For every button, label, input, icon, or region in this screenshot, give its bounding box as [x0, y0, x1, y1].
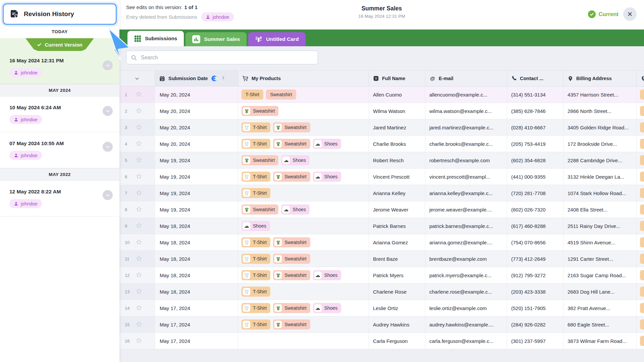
star-icon[interactable]	[136, 288, 142, 296]
submission-date-cell[interactable]: May 19, 2024	[155, 201, 238, 218]
products-cell[interactable]: T-ShirtSweatshirt	[238, 86, 369, 103]
submission-date-cell[interactable]: May 20, 2024	[155, 103, 238, 119]
products-cell[interactable]: Shoes	[238, 218, 369, 234]
billing-address-cell[interactable]: 2163 Sugar Camp Road...	[564, 267, 637, 283]
contact-cell[interactable]: (203) 423-3338	[507, 284, 564, 300]
contact-cell[interactable]: (602) 354-6828	[507, 152, 564, 168]
column-header-e-mail[interactable]: @E-mail	[425, 70, 507, 86]
full-name-cell[interactable]: Charlie Brooks	[369, 136, 425, 152]
table-row[interactable]: 1May 20, 2024T-ShirtSweatshirtAllen Cuom…	[119, 86, 644, 103]
search-box[interactable]	[126, 51, 318, 64]
email-cell[interactable]: vincent.prescott@exampl...	[425, 169, 507, 185]
search-input[interactable]	[140, 54, 313, 61]
products-cell[interactable]: T-ShirtSweatshirtShoes	[238, 267, 369, 283]
table-row[interactable]: 4May 20, 2024T-ShirtSweatshirtShoesCharl…	[119, 136, 644, 152]
email-cell[interactable]: leslie.ortiz@example.com	[425, 300, 507, 316]
full-name-cell[interactable]: Charlene Rose	[369, 284, 425, 300]
table-row[interactable]: 6May 19, 2024T-ShirtSweatshirtShoesVince…	[119, 169, 644, 185]
submission-date-cell[interactable]: May 20, 2024	[155, 86, 238, 103]
star-icon[interactable]	[136, 140, 142, 148]
column-header-submission-date[interactable]: 10Submission Date	[155, 70, 238, 86]
products-cell[interactable]: T-ShirtSweatshirt	[238, 316, 369, 333]
submission-date-cell[interactable]: May 19, 2024	[155, 152, 238, 168]
star-icon[interactable]	[136, 222, 142, 230]
full-name-cell[interactable]: Brent Baze	[369, 251, 425, 267]
submission-date-cell[interactable]: May 18, 2024	[155, 284, 238, 300]
email-cell[interactable]: brentbaze@example.com	[425, 251, 507, 267]
tab-untitled-card[interactable]: Untitled Card	[248, 32, 305, 46]
tab-summer-sales[interactable]: Summer Sales	[185, 32, 247, 46]
email-cell[interactable]: arianna.gomez@example....	[425, 234, 507, 250]
revision-entry[interactable]: 16 May 2024 12:31 PMjohndoe	[0, 51, 119, 77]
column-header-my-products[interactable]: My Products	[238, 70, 369, 86]
table-row[interactable]: 11May 18, 2024T-ShirtSweatshirtBrent Baz…	[119, 251, 644, 267]
full-name-cell[interactable]: Audrey Hawkins	[369, 316, 425, 333]
column-header-full-name[interactable]: TFull Name	[369, 70, 425, 86]
full-name-cell[interactable]: Arianna Kelley	[369, 185, 425, 201]
billing-address-cell[interactable]: 172 Brookside Drive...	[564, 136, 637, 152]
table-row[interactable]: 15May 17, 2024T-ShirtSweatshirtAudrey Ha…	[119, 316, 644, 333]
star-icon[interactable]	[136, 272, 142, 279]
email-cell[interactable]: jared.martinez@example.c...	[425, 119, 507, 135]
products-cell[interactable]: Sweatshirt	[238, 103, 369, 119]
star-icon[interactable]	[136, 206, 142, 214]
star-icon[interactable]	[136, 304, 142, 312]
contact-cell[interactable]: (520) 151-7905	[507, 300, 564, 316]
entry-expand-button[interactable]	[103, 142, 113, 152]
billing-address-cell[interactable]: 1074 Stark Hollow Road...	[564, 185, 637, 201]
email-cell[interactable]: charlie.brooks@example.c...	[425, 136, 507, 152]
full-name-cell[interactable]: Vincent Prescott	[369, 169, 425, 185]
contact-cell[interactable]: (441) 000-9355	[507, 169, 564, 185]
table-row[interactable]: 12May 18, 2024T-ShirtSweatshirtShoesPatr…	[119, 267, 644, 284]
star-icon[interactable]	[136, 124, 142, 131]
contact-cell[interactable]: (617) 460-8288	[507, 218, 564, 234]
contact-cell[interactable]: (314) 551-3134	[507, 86, 564, 103]
products-cell[interactable]: SweatshirtShoes	[238, 152, 369, 168]
table-row[interactable]: 16May 17, 2024Carla Fergusoncarla.fergus…	[119, 333, 644, 349]
table-row[interactable]: 13May 18, 2024T-ShirtCharlene Rosecharle…	[119, 284, 644, 300]
email-cell[interactable]: charlene.rose@example.c...	[425, 284, 507, 300]
products-cell[interactable]: SweatshirtShoes	[238, 201, 369, 218]
contact-cell[interactable]: (754) 070-8656	[507, 234, 564, 250]
products-cell[interactable]: T-ShirtSweatshirt	[238, 251, 369, 267]
entry-expand-button[interactable]	[103, 60, 113, 70]
submission-date-cell[interactable]: May 17, 2024	[155, 300, 238, 316]
star-icon[interactable]	[136, 321, 142, 328]
billing-address-cell[interactable]: 3873 Wilmar Farm Road...	[564, 333, 637, 349]
star-icon[interactable]	[136, 91, 142, 99]
table-row[interactable]: 9May 18, 2024ShoesPatrick Barnespatrick.…	[119, 218, 644, 234]
star-icon[interactable]	[136, 189, 142, 197]
billing-address-cell[interactable]: 2511 Rainy Day Drive...	[564, 218, 637, 234]
submission-date-cell[interactable]: May 17, 2024	[155, 316, 238, 333]
submission-date-cell[interactable]: May 18, 2024	[155, 267, 238, 283]
table-row[interactable]: 5May 19, 2024SweatshirtShoesRobert Resch…	[119, 152, 644, 169]
email-cell[interactable]: patrick.myers@example.c...	[425, 267, 507, 283]
submission-date-cell[interactable]: May 18, 2024	[155, 234, 238, 250]
column-header-expand[interactable]	[119, 70, 155, 86]
full-name-cell[interactable]: Allen Cuomo	[369, 86, 425, 103]
email-cell[interactable]: patrick.barnes@example.c...	[425, 218, 507, 234]
submission-date-cell[interactable]: May 18, 2024	[155, 218, 238, 234]
contact-cell[interactable]: (301) 237-5997	[507, 333, 564, 349]
billing-address-cell[interactable]: 3405 Golden Ridge Road...	[564, 119, 637, 135]
full-name-cell[interactable]: Jared Martinez	[369, 119, 425, 135]
products-cell[interactable]: T-Shirt	[238, 284, 369, 300]
contact-cell[interactable]: (602) 026-7320	[507, 201, 564, 218]
column-header-contact-[interactable]: Contact ...	[507, 70, 564, 86]
table-row[interactable]: 3May 20, 2024T-ShirtSweatshirtJared Mart…	[119, 119, 644, 136]
billing-address-cell[interactable]: 680 Eagle Street...	[564, 316, 637, 333]
products-cell[interactable]: T-Shirt	[238, 185, 369, 201]
submission-date-cell[interactable]: May 18, 2024	[155, 251, 238, 267]
email-cell[interactable]: robertresch@example.com	[425, 152, 507, 168]
full-name-cell[interactable]: Jerome Weaver	[369, 201, 425, 218]
submission-date-cell[interactable]: May 19, 2024	[155, 169, 238, 185]
products-cell[interactable]: T-ShirtSweatshirtShoes	[238, 300, 369, 316]
products-cell[interactable]	[238, 333, 369, 349]
star-icon[interactable]	[136, 239, 142, 246]
tab-submissions[interactable]: Submissions	[127, 31, 184, 46]
contact-cell[interactable]: (720) 281-7708	[507, 185, 564, 201]
table-row[interactable]: 2May 20, 2024SweatshirtWilma Watsonwilma…	[119, 103, 644, 119]
email-cell[interactable]: carla.ferguson@example.c...	[425, 333, 507, 349]
star-icon[interactable]	[136, 255, 142, 263]
column-header-extra[interactable]	[637, 70, 644, 86]
